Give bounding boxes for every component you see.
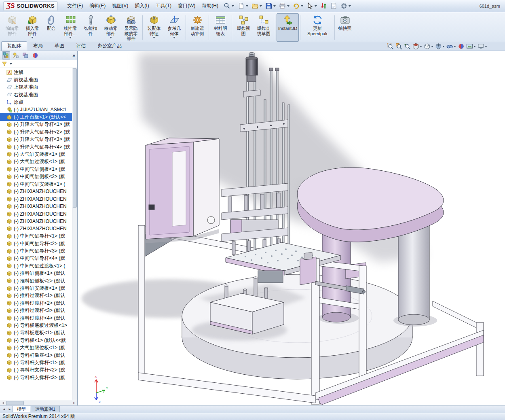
search-button[interactable] (222, 2, 235, 10)
tree-item[interactable]: (-) 导料板底板过渡板<1> (0, 322, 72, 329)
zoom-fit-button[interactable] (387, 43, 394, 50)
tree-item[interactable]: (-) 推料过渡杆<1> (默认 (0, 292, 72, 299)
tree-item[interactable]: (-) 中间气缸导杆<3> (默 (0, 247, 72, 255)
section-view-button[interactable] (412, 43, 422, 50)
tab-评估[interactable]: 评估 (70, 41, 91, 51)
tree-horizontal-scrollbar[interactable]: ◄ ► (0, 400, 77, 405)
tree-item[interactable]: 上视基准面 (0, 84, 72, 91)
tree-item[interactable]: 注解 (0, 69, 72, 76)
new-document-button[interactable] (237, 2, 249, 10)
tree-item[interactable]: (-) 中间气缸导杆<2> (默 (0, 240, 72, 247)
tree-item[interactable]: 右视基准面 (0, 91, 72, 98)
tree-item[interactable]: (-) 升降大气缸导杆<1> (默 (0, 121, 72, 128)
menu-item[interactable]: 编辑(E) (86, 1, 109, 11)
tree-item[interactable]: (-) 推料缸侧板<1> (默认 (0, 270, 72, 277)
ribbon-button-update-speedpak[interactable]: 更新Speedpak (302, 13, 333, 42)
ribbon-button-move-component[interactable]: 移动零部件 (101, 13, 121, 42)
tab-装配体[interactable]: 装配体 (1, 41, 27, 51)
tree-item[interactable]: (-) ZHIXIANZHOUCHEN (0, 203, 72, 210)
ribbon-button-reference-geometry[interactable]: 参考几何体 (164, 13, 184, 42)
bottom-tab-model[interactable]: 模型 (13, 406, 30, 412)
ribbon-button-exploded-view[interactable]: 爆炸视图 (233, 13, 254, 42)
tree-item[interactable]: (-) 大气缸安装板<1> (默 (0, 151, 72, 158)
ribbon-button-insert-components[interactable]: 插入零部件 (22, 13, 42, 42)
tree-item[interactable]: (-) 大气缸限位板<1> (默 (0, 344, 72, 351)
panel-tab-dimxpert-manager[interactable] (31, 51, 39, 59)
ribbon-button-instant3d[interactable]: Instant3D (277, 13, 299, 42)
tree-item[interactable]: (-) 导料板底板<1> (默认 (0, 329, 72, 337)
tree-item[interactable]: (-) 导料板<1> (默认<<默 (0, 337, 72, 344)
ribbon-button-new-motion-study[interactable]: 新建运动算例 (187, 13, 207, 42)
menu-item[interactable]: 窗口(W) (175, 1, 199, 11)
ribbon-button-linear-component-pattern[interactable]: 线性零部件... (60, 13, 80, 42)
study-nav-right-icon[interactable]: ► (7, 407, 13, 411)
ribbon-button-bill-of-materials[interactable]: 材料明细表 (210, 13, 230, 42)
tree-vertical-scrollbar[interactable] (72, 68, 77, 400)
ribbon-button-assembly-features[interactable]: 装配体特征 (144, 13, 164, 42)
previous-view-button[interactable] (404, 43, 411, 50)
tree-item[interactable]: (-) 导料杆支撑杆<2> (默 (0, 367, 72, 374)
edit-appearance-button[interactable] (458, 43, 465, 50)
open-button[interactable] (250, 2, 263, 10)
tree-item[interactable]: (-) 工作台板<1> (默认<< (0, 113, 72, 121)
save-button[interactable] (264, 2, 277, 10)
tree-item[interactable]: (-) 推料过渡杆<4> (默认 (0, 314, 72, 322)
tree-item[interactable]: (-) 推料缸安装板<1> (默 (0, 284, 72, 292)
scroll-right-icon[interactable]: ► (72, 401, 77, 405)
undo-button[interactable] (292, 2, 304, 10)
graphics-viewport[interactable]: X Y Z (78, 51, 505, 405)
tree-scrollbar-thumb[interactable] (73, 68, 77, 208)
model-control-cabinet[interactable] (146, 138, 219, 243)
view-settings-button[interactable] (478, 43, 487, 50)
tree-item[interactable]: (-) 中间气缸过渡板<1> ( (0, 262, 72, 269)
zoom-area-button[interactable] (395, 43, 402, 50)
menu-item[interactable]: 帮助(H) (199, 1, 222, 11)
3d-model[interactable]: X Y Z (78, 51, 505, 405)
menu-item[interactable]: 文件(F) (64, 1, 86, 11)
tree-item[interactable]: (-) 升降大气缸导杆<2> (默 (0, 128, 72, 136)
options-button[interactable] (339, 2, 352, 10)
select-arrow-button[interactable] (305, 2, 318, 10)
tree-item[interactable]: (-) 中间气缸侧板<2> (默 (0, 173, 72, 180)
apply-scene-button[interactable] (466, 43, 476, 50)
menu-item[interactable]: 插入(I) (131, 1, 152, 11)
tree-item[interactable]: (-) 大气缸过渡板<1> (默 (0, 158, 72, 165)
menu-item[interactable]: 工具(T) (152, 1, 175, 11)
file-properties-button[interactable] (329, 2, 338, 10)
tree-item[interactable]: (-) 中间气缸侧板<1> (默 (0, 165, 72, 173)
ribbon-button-edit-component[interactable]: 编辑零部件 (2, 13, 22, 42)
view-orientation-button[interactable] (424, 43, 433, 50)
rebuild-button[interactable] (319, 2, 328, 10)
tree-item[interactable]: 前视基准面 (0, 76, 72, 83)
tree-item[interactable]: (-) 推料过渡杆<3> (默认 (0, 307, 72, 314)
ribbon-button-take-snapshot[interactable]: 拍快照 (336, 13, 354, 42)
tree-item[interactable]: (-) ZHIXIANZHOUCHEN (0, 188, 72, 195)
tree-item[interactable]: (-) 推料缸侧板<2> (默认 (0, 277, 72, 284)
tree-item[interactable]: (-) ZHIXIANZHOUCHEN (0, 195, 72, 203)
display-style-button[interactable] (435, 43, 445, 50)
tree-hscrollbar-thumb[interactable] (6, 401, 24, 405)
tree-filter-row[interactable] (0, 60, 77, 68)
print-button[interactable] (278, 2, 291, 10)
tree-item[interactable]: (-) 导料杆后座<1> (默认 (0, 352, 72, 359)
tree-item[interactable]: (-) 导料杆支撑杆<1> (默 (0, 359, 72, 366)
panel-tab-configuration-manager[interactable] (21, 51, 30, 59)
tree-item[interactable]: 原点 (0, 99, 72, 106)
panel-tab-property-manager[interactable] (12, 51, 20, 59)
hide-show-items-button[interactable] (446, 43, 456, 50)
tree-item[interactable]: (-) ZHIXIANZHOUCHEN (0, 225, 72, 232)
tree-item[interactable]: (-) 升降大气缸导杆<4> (默 (0, 143, 72, 151)
panel-tab-feature-manager[interactable] (2, 51, 10, 59)
tree-item[interactable]: (-) 中间气缸导杆<4> (默 (0, 255, 72, 262)
ribbon-button-explode-line-sketch[interactable]: 爆炸直线草图 (254, 13, 274, 42)
tree-item[interactable]: (-) 升降大气缸导杆<3> (默 (0, 136, 72, 143)
tab-布局[interactable]: 布局 (27, 41, 49, 51)
tree-item[interactable]: (-) 中间气缸导杆<1> (默 (0, 233, 72, 240)
menu-item[interactable]: 视图(V) (109, 1, 131, 11)
bottom-tab-motion-study[interactable]: 运动算例1 (31, 406, 60, 412)
tree-item[interactable]: (-) 导料杆支撑杆<3> (默 (0, 374, 72, 381)
tree-item[interactable]: (-) 中间气缸安装板<1> ( (0, 180, 72, 188)
tab-草图[interactable]: 草图 (49, 41, 70, 51)
tree-item[interactable]: (-) ZHIXIANZHOUCHEN (0, 210, 72, 217)
ribbon-button-mate[interactable]: 配合 (42, 13, 60, 42)
